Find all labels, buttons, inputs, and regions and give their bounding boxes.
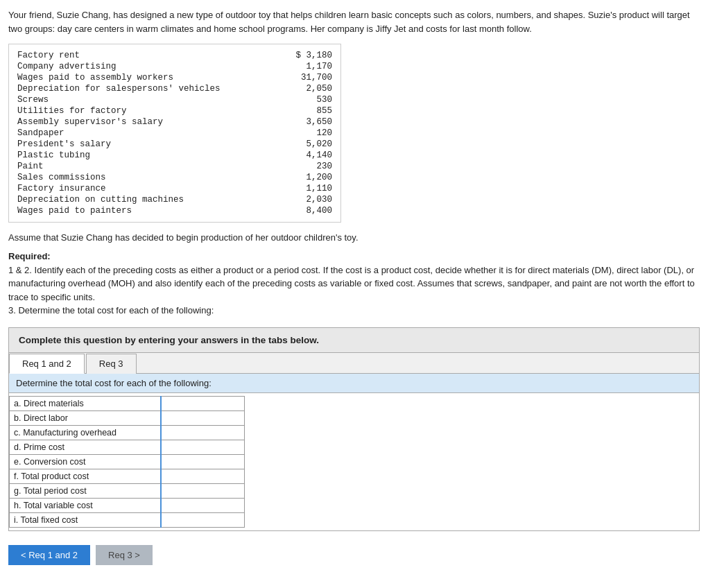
cost-value: 8,400 — [277, 206, 332, 216]
cost-label: Depreciation for salespersons' vehicles — [17, 84, 277, 94]
determine-header: Determine the total cost for each of the… — [9, 374, 699, 393]
cost-row: Utilities for factory855 — [17, 105, 332, 116]
cost-row: Sandpaper120 — [17, 128, 332, 139]
answer-row: d. Prime cost — [10, 440, 245, 454]
complete-box: Complete this question by entering your … — [8, 327, 700, 353]
tab-content: Determine the total cost for each of the… — [9, 374, 699, 528]
cost-label: Wages paid to painters — [17, 206, 277, 216]
cost-row: Wages paid to painters8,400 — [17, 205, 332, 216]
cost-value: 120 — [277, 128, 332, 138]
answer-row-label: b. Direct labor — [10, 410, 162, 425]
cost-row: Depreciation on cutting machines2,030 — [17, 194, 332, 205]
cost-value: 5,020 — [277, 139, 332, 149]
answer-row-label: a. Direct materials — [10, 396, 162, 410]
prev-button[interactable]: < Req 1 and 2 — [8, 545, 90, 565]
answer-row-input-cell — [161, 396, 244, 410]
answer-input-4[interactable] — [166, 457, 240, 467]
cost-value: 4,140 — [277, 150, 332, 160]
answer-row-input-cell — [161, 512, 244, 527]
cost-label: Sales commissions — [17, 173, 277, 182]
answer-row-input-cell — [161, 454, 244, 469]
cost-row: Factory rent$ 3,180 — [17, 50, 332, 61]
cost-label: Sandpaper — [17, 128, 277, 138]
answer-row-label: i. Total fixed cost — [10, 512, 162, 527]
cost-value: 230 — [277, 162, 332, 171]
tab-req3[interactable]: Req 3 — [86, 354, 137, 374]
answer-row: c. Manufacturing overhead — [10, 425, 245, 440]
answer-row-input-cell — [161, 498, 244, 512]
cost-label: Plastic tubing — [17, 150, 277, 160]
cost-label: Assembly supervisor's salary — [17, 117, 277, 127]
answer-input-3[interactable] — [166, 442, 240, 452]
cost-row: Company advertising1,170 — [17, 61, 332, 72]
answer-table: a. Direct materialsb. Direct laborc. Man… — [9, 396, 245, 528]
required-section: Required: 1 & 2. Identify each of the pr… — [8, 250, 700, 318]
answer-input-0[interactable] — [166, 399, 240, 408]
cost-value: 31,700 — [277, 73, 332, 83]
cost-row: Plastic tubing4,140 — [17, 150, 332, 161]
cost-value: 1,170 — [277, 62, 332, 71]
answer-row-label: e. Conversion cost — [10, 454, 162, 469]
next-button[interactable]: Req 3 > — [96, 545, 153, 565]
cost-label: President's salary — [17, 139, 277, 149]
cost-value: 2,050 — [277, 84, 332, 94]
answer-row: i. Total fixed cost — [10, 512, 245, 527]
intro-text: Your friend, Suzie Chang, has designed a… — [8, 8, 700, 35]
cost-label: Depreciation on cutting machines — [17, 195, 277, 205]
answer-input-1[interactable] — [166, 413, 240, 423]
answer-row: b. Direct labor — [10, 410, 245, 425]
answer-input-8[interactable] — [166, 515, 240, 525]
cost-value: $ 3,180 — [277, 51, 332, 60]
answer-input-7[interactable] — [166, 501, 240, 510]
tabs-container: Req 1 and 2 Req 3 Determine the total co… — [8, 353, 700, 531]
answer-row-input-cell — [161, 440, 244, 454]
answer-row: g. Total period cost — [10, 483, 245, 498]
answer-input-2[interactable] — [166, 428, 240, 438]
cost-value: 1,200 — [277, 173, 332, 182]
cost-row: Sales commissions1,200 — [17, 172, 332, 183]
required-body3: 3. Determine the total cost for each of … — [8, 304, 700, 318]
answer-row-input-cell — [161, 410, 244, 425]
answer-row-label: h. Total variable cost — [10, 498, 162, 512]
cost-label: Screws — [17, 95, 277, 105]
cost-value: 2,030 — [277, 195, 332, 205]
answer-row-input-cell — [161, 425, 244, 440]
cost-value: 855 — [277, 106, 332, 116]
tab-bar: Req 1 and 2 Req 3 — [9, 353, 699, 374]
cost-row: Assembly supervisor's salary3,650 — [17, 116, 332, 128]
required-body: 1 & 2. Identify each of the preceding co… — [8, 263, 700, 304]
answer-row-label: c. Manufacturing overhead — [10, 425, 162, 440]
cost-label: Factory insurance — [17, 184, 277, 193]
answer-row-label: g. Total period cost — [10, 483, 162, 498]
cost-label: Company advertising — [17, 62, 277, 71]
cost-row: President's salary5,020 — [17, 139, 332, 150]
cost-row: Wages paid to assembly workers31,700 — [17, 72, 332, 83]
cost-row: Screws530 — [17, 94, 332, 105]
tab-req1and2[interactable]: Req 1 and 2 — [9, 354, 85, 374]
answer-input-5[interactable] — [166, 472, 240, 481]
cost-value: 530 — [277, 95, 332, 105]
answer-row: a. Direct materials — [10, 396, 245, 410]
cost-value: 1,110 — [277, 184, 332, 193]
cost-table: Factory rent$ 3,180Company advertising1,… — [8, 44, 341, 223]
cost-row: Factory insurance1,110 — [17, 183, 332, 194]
answer-row-input-cell — [161, 469, 244, 483]
required-heading: Required: — [8, 250, 700, 263]
cost-label: Paint — [17, 162, 277, 171]
cost-row: Depreciation for salespersons' vehicles2… — [17, 83, 332, 94]
cost-label: Factory rent — [17, 51, 277, 60]
cost-row: Paint230 — [17, 161, 332, 172]
assume-text: Assume that Suzie Chang has decided to b… — [8, 232, 700, 243]
answer-row: f. Total product cost — [10, 469, 245, 483]
cost-label: Utilities for factory — [17, 106, 277, 116]
cost-label: Wages paid to assembly workers — [17, 73, 277, 83]
answer-row: h. Total variable cost — [10, 498, 245, 512]
cost-value: 3,650 — [277, 117, 332, 127]
answer-row-label: d. Prime cost — [10, 440, 162, 454]
answer-input-6[interactable] — [166, 486, 240, 496]
bottom-nav: < Req 1 and 2 Req 3 > — [8, 539, 700, 565]
answer-row-label: f. Total product cost — [10, 469, 162, 483]
answer-row-input-cell — [161, 483, 244, 498]
answer-row: e. Conversion cost — [10, 454, 245, 469]
